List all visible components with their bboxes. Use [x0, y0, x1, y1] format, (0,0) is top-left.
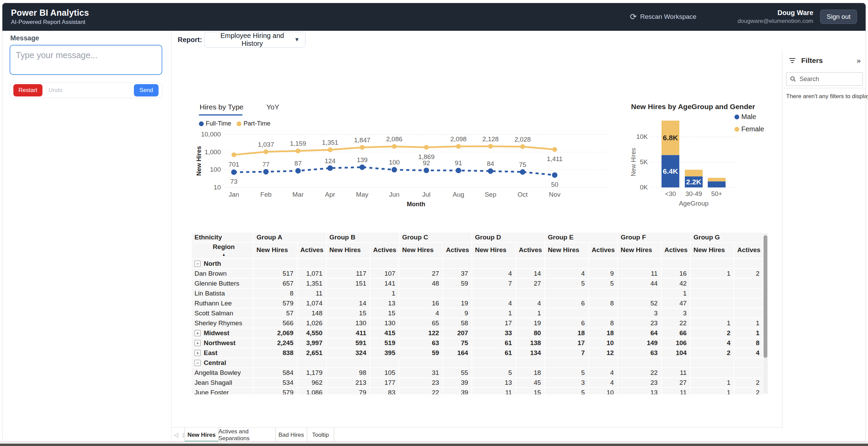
matrix-cell	[516, 259, 544, 268]
matrix-cell: 23	[399, 378, 442, 387]
column-subheader-actives[interactable]: Actives	[589, 243, 617, 258]
svg-text:77: 77	[262, 161, 269, 168]
matrix-cell	[691, 289, 734, 298]
sign-out-button[interactable]: Sign out	[820, 10, 857, 24]
matrix-scrollbar[interactable]	[763, 233, 768, 394]
horizontal-scrollbar-track[interactable]	[0, 441, 868, 444]
column-header-group[interactable]: Group G	[691, 233, 763, 242]
matrix-cell: 1	[691, 388, 734, 394]
matrix-cell: 591	[327, 338, 370, 347]
message-input[interactable]	[10, 45, 162, 75]
expand-icon[interactable]: +	[194, 330, 201, 336]
collapse-filters-icon[interactable]: »	[857, 56, 861, 65]
column-header-group[interactable]: Group E	[545, 233, 617, 242]
report-select[interactable]: Employee Hiring and History ▼	[204, 32, 305, 48]
filter-search-input[interactable]	[800, 76, 851, 83]
matrix-scrollbar-thumb[interactable]	[764, 235, 767, 358]
svg-text:701: 701	[228, 161, 239, 168]
row-header-region[interactable]: Region▲	[192, 243, 253, 258]
matrix-cell: 2	[691, 328, 734, 338]
matrix-cell: 23	[618, 318, 661, 328]
matrix-cell: 5	[472, 368, 515, 377]
svg-text:<30: <30	[665, 190, 676, 197]
svg-text:2,098: 2,098	[450, 135, 467, 143]
column-subheader-new-hires[interactable]: New Hires	[618, 243, 661, 258]
table-row: Lin Batista81111	[192, 289, 763, 298]
column-subheader-new-hires[interactable]: New Hires	[472, 243, 515, 258]
matrix-cell: 1	[662, 289, 690, 298]
column-subheader-actives[interactable]: Actives	[734, 243, 763, 258]
column-subheader-actives[interactable]: Actives	[298, 243, 326, 258]
column-header-group[interactable]: Group A	[254, 233, 326, 242]
matrix-cell	[589, 259, 617, 268]
matrix-cell: 9	[589, 269, 617, 278]
matrix-cell: 106	[662, 338, 690, 347]
svg-text:Mar: Mar	[292, 191, 304, 198]
prev-page-icon[interactable]: ◁	[174, 432, 178, 438]
column-subheader-new-hires[interactable]: New Hires	[399, 243, 442, 258]
column-subheader-new-hires[interactable]: New Hires	[254, 243, 297, 258]
column-header-group[interactable]: Group C	[400, 233, 472, 242]
matrix-cell: 83	[370, 388, 399, 394]
matrix-cell: 18	[545, 328, 588, 338]
filter-search-box[interactable]	[786, 72, 863, 86]
svg-text:87: 87	[294, 160, 302, 167]
page-tab-actives-and-separations[interactable]: Actives and Separations	[218, 428, 276, 443]
matrix-cell: 4	[472, 299, 515, 308]
matrix-cell	[472, 358, 515, 367]
matrix-cell	[327, 358, 370, 367]
expand-icon[interactable]: +	[194, 340, 201, 346]
matrix-cell: 122	[399, 328, 442, 338]
column-subheader-actives[interactable]: Actives	[443, 243, 471, 258]
column-subheader-new-hires[interactable]: New Hires	[691, 243, 734, 258]
matrix-cell: 1	[370, 289, 399, 298]
page-tab-bad-hires[interactable]: Bad Hires	[276, 428, 307, 443]
chart-tab-yoy[interactable]: YoY	[266, 103, 279, 111]
column-header-ethnicity[interactable]: Ethnicity	[192, 233, 253, 242]
page-tab-tooltip[interactable]: Tooltip	[307, 428, 334, 443]
column-subheader-actives[interactable]: Actives	[370, 243, 399, 258]
page-tab-new-hires[interactable]: New Hires	[185, 428, 218, 443]
undo-button[interactable]: Undo	[49, 87, 63, 94]
matrix-cell	[298, 259, 326, 268]
column-subheader-new-hires[interactable]: New Hires	[545, 243, 588, 258]
svg-text:1,159: 1,159	[290, 140, 306, 147]
matrix-cell: 151	[327, 279, 370, 288]
matrix-cell: 4	[472, 269, 515, 278]
matrix-cell	[734, 368, 763, 377]
svg-text:5K: 5K	[640, 158, 648, 166]
svg-text:139: 139	[357, 156, 368, 163]
collapse-icon[interactable]: −	[194, 360, 201, 366]
collapse-icon[interactable]: −	[194, 261, 201, 267]
row-label: Glennie Butters	[192, 279, 253, 288]
app-title-block: Power BI Analytics AI-Powered Report Ass…	[11, 8, 89, 26]
svg-text:May: May	[356, 191, 368, 198]
column-header-group[interactable]: Group F	[618, 233, 690, 242]
matrix-cell: 207	[443, 328, 471, 338]
matrix-cell: 1,351	[298, 279, 326, 288]
matrix-cell: 13	[472, 378, 515, 387]
svg-text:1,351: 1,351	[322, 139, 338, 146]
column-subheader-actives[interactable]: Actives	[662, 243, 690, 258]
chart-tab-hires-by-type[interactable]: Hires by Type	[200, 103, 243, 111]
expand-icon[interactable]: +	[194, 350, 201, 356]
row-label: +East	[192, 348, 253, 357]
matrix-cell: 213	[327, 378, 370, 387]
column-header-group[interactable]: Group B	[327, 233, 399, 242]
column-header-group[interactable]: Group D	[472, 233, 544, 242]
active-chart-tab-underline	[199, 114, 242, 116]
filters-separator	[782, 88, 866, 88]
matrix-cell: 37	[443, 269, 471, 278]
matrix-cell	[734, 299, 763, 308]
column-subheader-actives[interactable]: Actives	[516, 243, 544, 258]
matrix-cell	[254, 259, 297, 268]
rescan-workspace-button[interactable]: ⟳ Rescan Workspace	[630, 13, 696, 21]
matrix-cell	[545, 259, 588, 268]
matrix-cell: 98	[327, 368, 370, 377]
chevron-down-icon: ▼	[294, 37, 300, 43]
column-subheader-new-hires[interactable]: New Hires	[327, 243, 370, 258]
matrix-cell: 18	[516, 368, 544, 377]
matrix-cell: 1	[472, 309, 515, 318]
send-button[interactable]: Send	[134, 84, 159, 96]
restart-button[interactable]: Restart	[13, 84, 42, 96]
